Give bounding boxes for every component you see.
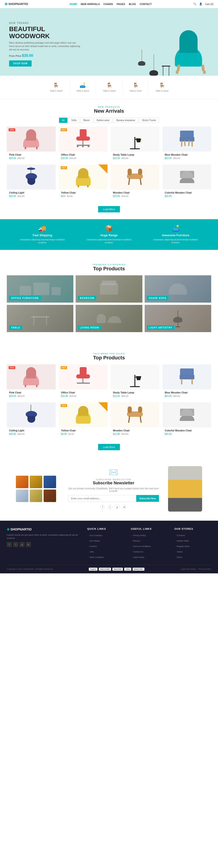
cat-icon-table-stand-3[interactable]: 🪑 Table & Stand [96, 80, 123, 94]
social-pinterest[interactable]: p [115, 504, 120, 509]
yellow-chair-price-2: $3.00 $3.20 [61, 433, 105, 435]
yellow-chair-name-2: Yellow Chair [61, 429, 105, 432]
cat-tile-chair-sofa[interactable]: CHAIR SOFA [145, 275, 211, 303]
nav-chairs[interactable]: CHAIRS [103, 3, 113, 5]
footer-link-jobs: Jobs [87, 549, 124, 553]
feature-furniture: 🛋️ Awesome Furniture consectetur adipisc… [153, 225, 198, 244]
social-links: f t p in [68, 504, 159, 509]
cat-tile-living-room[interactable]: LIVING ROOM [75, 305, 142, 332]
product-card-gray-chair[interactable]: Colorful Wooden Chair $25.00 [163, 164, 211, 199]
cat-tile-bedroom-overlay: BEDROOM [75, 275, 142, 303]
product-card-ceiling-light[interactable]: Ceiling Light $15.00 $65.00 [7, 164, 56, 199]
hero-price-value: $30.00 [22, 54, 33, 58]
filter-bottom-wear[interactable]: Bottom-wear [94, 118, 113, 123]
product-card-wooden-chair-2[interactable]: Wooden Chair $12.00 $40.00 [111, 402, 159, 437]
newsletter-email-input[interactable] [68, 495, 136, 502]
wooden-chair-info: Wooden Chair $10.00 $40.00 [111, 189, 159, 199]
cat-icon-table-stand-2[interactable]: 🛋️ Table & Stand [69, 80, 96, 94]
hero-visual [138, 34, 209, 75]
footer-google[interactable]: g [20, 542, 25, 547]
cat-tile-light[interactable]: LIGHT ARTISTRY [145, 305, 211, 332]
social-facebook[interactable]: f [100, 504, 105, 509]
nav-home[interactable]: HOME [70, 3, 77, 5]
filter-banana[interactable]: Banana sleepwear [113, 118, 138, 123]
filter-all[interactable]: All [59, 118, 67, 123]
cat-icon-table-chair-4[interactable]: 🪑 Table & Chair [123, 80, 149, 94]
newsletter-person [168, 466, 202, 512]
load-more-button[interactable]: Load More [98, 206, 120, 212]
footer-link-returns: Returns [131, 538, 167, 542]
footer-copyright: Copyright © 2021 ShopMartio. All Rights … [7, 568, 53, 570]
product-card-blue-chair-2[interactable]: Blue Wooden Chair $23.00 $80.00 [163, 364, 211, 399]
cat-icon-table-stand-5[interactable]: 🪑 Table & Stand [149, 80, 175, 94]
cat-tile-table[interactable]: TABLE [7, 305, 73, 332]
footer-link-history: Our History [87, 538, 124, 542]
product-card-lamp[interactable]: Study Table Lamp $15.00 $65.00 [111, 127, 159, 161]
nav-pages[interactable]: PAGES [117, 3, 125, 5]
footer-social: f t g in [7, 542, 81, 547]
filter-blazer[interactable]: Blazer [81, 118, 93, 123]
product-card-pink-chair-2[interactable]: PINK Pink Chair $20.00 $65.00 [7, 364, 56, 399]
lamp-price: $15.00 $65.00 [113, 157, 157, 159]
footer-link-contact: Contact Us [131, 549, 167, 553]
office-chair-price: $15.00 $50.00 [61, 157, 105, 159]
filter-shorts[interactable]: Shorts Trunks [139, 118, 159, 123]
cart-link[interactable]: Cart (0) [205, 3, 214, 5]
yellow-chair-info-2: Yellow Chair $3.00 $3.20 [59, 427, 107, 437]
ceiling-light-price-2: $15.00 $60.00 [9, 433, 53, 435]
product-card-wooden-chair[interactable]: Wooden Chair $10.00 $40.00 [111, 164, 159, 199]
nav-blog[interactable]: BLOG [129, 3, 136, 5]
cat-tile-office-label: OFFICE FURNITURE [9, 296, 41, 300]
nav-new-arrivals[interactable]: NEW ARRIVALS [81, 3, 100, 5]
product-card-lamp-2[interactable]: Study Table Lamp $15.00 $65.00 [111, 364, 159, 399]
footer-quick-links-list: Our Company Our History Careers Jobs Sto… [87, 533, 124, 559]
nav-contact[interactable]: CONTACT [139, 3, 152, 5]
product-card-office-chair-2[interactable]: NEW Office Chair $15.00 $59.00 [59, 364, 107, 399]
office-chair-name-2: Office Chair [61, 391, 105, 394]
category-grid: OFFICE FURNITURE BEDROOM CHAIR SOFA [0, 275, 218, 339]
user-icon[interactable]: 👤 [199, 2, 202, 5]
social-instagram[interactable]: in [122, 504, 127, 509]
wooden-chair-name: Wooden Chair [113, 191, 157, 194]
top-products-section: Trending Categories Top Products OFFICE … [0, 250, 218, 346]
top-products-header: Trending Categories Top Products [0, 257, 218, 275]
payment-paypal: PayPal [89, 568, 97, 571]
load-more-button-2[interactable]: Load More [98, 444, 120, 450]
filter-softs[interactable]: Softs [68, 118, 80, 123]
footer-privacy-link[interactable]: Privacy Policy [198, 568, 211, 570]
product-card-ceiling-light-2[interactable]: Ceiling Light $15.00 $60.00 [7, 402, 56, 437]
new-badge-yellow: NEW [61, 166, 67, 169]
product-card-blue-chair[interactable]: Blue Wooden Chair $23.00 $80.00 [163, 127, 211, 161]
footer-link-stores: Store Locations [87, 555, 124, 559]
blue-chair-info-2: Blue Wooden Chair $23.00 $80.00 [163, 390, 211, 399]
logo: ⊕ SHOPNARTIO [4, 2, 28, 6]
footer-instagram[interactable]: in [26, 542, 31, 547]
product-card-office-chair[interactable]: NEW Office Chair $15.00 $50.00 [59, 127, 107, 161]
gray-chair-img [163, 164, 211, 189]
load-more-arrivals: Load More [0, 204, 218, 219]
social-twitter[interactable]: t [107, 504, 113, 509]
footer-legal-link[interactable]: Legal Information [180, 568, 196, 570]
product-card-gray-chair-2[interactable]: Colorful Wooden Chair $25.00 [163, 402, 211, 437]
footer-facebook[interactable]: f [7, 542, 12, 547]
search-icon[interactable]: 🔍 [193, 2, 196, 5]
hero-subtitle: NEW TREAND [9, 22, 82, 24]
cat-icon-table-stand-1[interactable]: 🪑 Table & Stand [43, 80, 69, 94]
shop-now-button[interactable]: SHOP NOW [9, 60, 32, 67]
product-card-pink-chair[interactable]: PINK Pink Chair $20.00 $65.00 [7, 127, 56, 161]
wooden-chair-price: $10.00 $40.00 [113, 195, 157, 197]
cat-tile-chair-overlay: CHAIR SOFA [145, 275, 211, 303]
footer-store-regular: Regular Items [175, 544, 211, 548]
cat-tile-bedroom[interactable]: BEDROOM [75, 275, 142, 303]
product-card-yellow-chair-2[interactable]: NEW Yellow Chair $3.00 $3.20 [59, 402, 107, 437]
product-grid-new-arrivals: PINK Pink Chair $20.00 $65.00 NEW [0, 127, 218, 204]
cat-label-2: Table & Stand [76, 90, 89, 92]
fashion-item-1 [16, 476, 28, 488]
product-card-yellow-chair[interactable]: NEW Yellow Chair $3.0 $2.00 [59, 164, 107, 199]
footer-store-chairs: Chairs [175, 549, 211, 553]
ceiling-light-name-2: Ceiling Light [9, 429, 53, 432]
cat-tile-office[interactable]: OFFICE FURNITURE [7, 275, 73, 303]
subscribe-button[interactable]: Subscribe Now [136, 495, 159, 502]
yellow-chair-name: Yellow Chair [61, 191, 105, 194]
footer-twitter[interactable]: t [13, 542, 18, 547]
